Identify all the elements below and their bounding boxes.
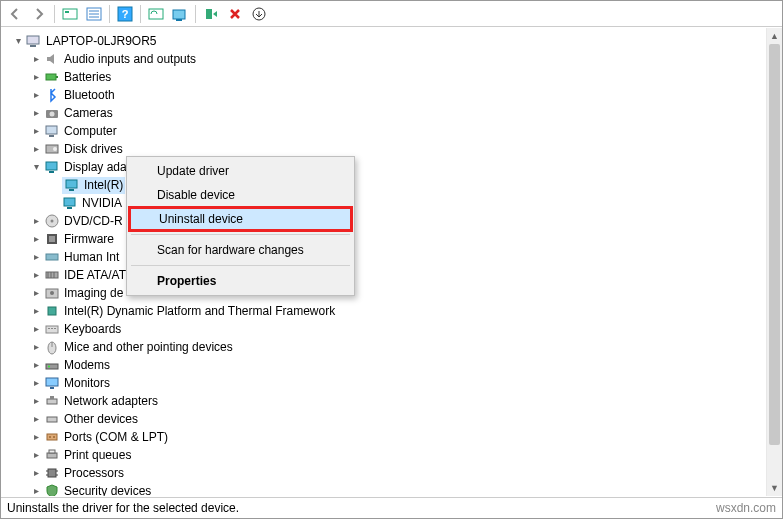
tree-category[interactable]: ▸ Print queues — [8, 446, 781, 464]
tree-category[interactable]: ▸ DVD/CD-R — [8, 212, 781, 230]
chevron-right-icon[interactable]: ▸ — [30, 467, 42, 479]
device-tree[interactable]: ▾ LAPTOP-0LJR9OR5 ▸ Audio inputs and out… — [2, 28, 781, 496]
tree-category[interactable]: ▸ Human Int — [8, 248, 781, 266]
svg-point-22 — [53, 147, 57, 151]
svg-rect-33 — [46, 254, 58, 260]
tree-category[interactable]: ▸ Computer — [8, 122, 781, 140]
tree-category[interactable]: ▸ Ports (COM & LPT) — [8, 428, 781, 446]
back-button[interactable] — [3, 3, 27, 25]
menu-disable-device[interactable]: Disable device — [129, 183, 352, 207]
svg-rect-49 — [46, 378, 58, 386]
chevron-right-icon[interactable]: ▸ — [30, 413, 42, 425]
tree-device-intel[interactable]: Intel(R) — [8, 176, 781, 194]
tree-category-display-adapters[interactable]: ▾ Display adapters — [8, 158, 781, 176]
chevron-right-icon[interactable]: ▸ — [30, 215, 42, 227]
scroll-track[interactable] — [767, 44, 782, 480]
status-text: Uninstalls the driver for the selected d… — [7, 501, 239, 515]
tree-category[interactable]: ▸ Firmware — [8, 230, 781, 248]
monitor-icon — [44, 375, 60, 391]
chevron-right-icon[interactable]: ▸ — [30, 449, 42, 461]
device-tree-area: ▾ LAPTOP-0LJR9OR5 ▸ Audio inputs and out… — [2, 28, 781, 496]
menu-properties[interactable]: Properties — [129, 269, 352, 293]
svg-text:?: ? — [122, 8, 129, 20]
scan-button[interactable] — [144, 3, 168, 25]
svg-rect-57 — [47, 453, 57, 458]
uninstall-device-button[interactable] — [223, 3, 247, 25]
show-hidden-button[interactable] — [58, 3, 82, 25]
svg-rect-14 — [30, 45, 36, 47]
port-icon — [44, 429, 60, 445]
battery-icon — [44, 69, 60, 85]
svg-rect-28 — [67, 207, 72, 209]
tree-category[interactable]: ▸ Intel(R) Dynamic Platform and Thermal … — [8, 302, 781, 320]
tree-root-label: LAPTOP-0LJR9OR5 — [46, 32, 157, 50]
vertical-scrollbar[interactable]: ▲ ▼ — [766, 28, 782, 496]
chevron-right-icon[interactable]: ▸ — [30, 89, 42, 101]
tree-category[interactable]: ▸ Cameras — [8, 104, 781, 122]
tree-category[interactable]: ▸ Batteries — [8, 68, 781, 86]
chevron-right-icon[interactable]: ▸ — [30, 305, 42, 317]
svg-point-48 — [48, 366, 50, 368]
update-driver-button[interactable] — [168, 3, 192, 25]
firmware-icon — [44, 231, 60, 247]
svg-rect-9 — [173, 10, 185, 19]
forward-button[interactable] — [27, 3, 51, 25]
chevron-right-icon[interactable]: ▸ — [30, 107, 42, 119]
ide-icon — [44, 267, 60, 283]
tree-category[interactable]: ▸ Keyboards — [8, 320, 781, 338]
scroll-down-icon[interactable]: ▼ — [767, 480, 782, 496]
tree-category[interactable]: ▸ Mice and other pointing devices — [8, 338, 781, 356]
tree-category[interactable]: ▸ IDE ATA/AT — [8, 266, 781, 284]
tree-category[interactable]: ▸ Monitors — [8, 374, 781, 392]
chevron-right-icon[interactable]: ▸ — [30, 377, 42, 389]
chevron-right-icon[interactable]: ▸ — [30, 431, 42, 443]
display-adapter-icon — [44, 159, 60, 175]
chevron-right-icon[interactable]: ▸ — [30, 341, 42, 353]
menu-scan-hardware[interactable]: Scan for hardware changes — [129, 238, 352, 262]
tree-category[interactable]: ▸ Imaging de — [8, 284, 781, 302]
svg-rect-10 — [176, 19, 182, 21]
menu-uninstall-device[interactable]: Uninstall device — [128, 206, 353, 232]
properties-button[interactable] — [82, 3, 106, 25]
chevron-right-icon[interactable]: ▸ — [30, 359, 42, 371]
chevron-right-icon[interactable]: ▸ — [30, 251, 42, 263]
disk-icon — [44, 141, 60, 157]
scroll-up-icon[interactable]: ▲ — [767, 28, 782, 44]
modem-icon — [44, 357, 60, 373]
tree-device-nvidia[interactable]: NVIDIA — [8, 194, 781, 212]
tree-category[interactable]: ▸ Bluetooth — [8, 86, 781, 104]
svg-rect-59 — [48, 469, 56, 477]
tree-category[interactable]: ▸ Modems — [8, 356, 781, 374]
enable-device-button[interactable] — [199, 3, 223, 25]
audio-icon — [44, 51, 60, 67]
help-button[interactable]: ? — [113, 3, 137, 25]
chevron-right-icon[interactable]: ▸ — [30, 485, 42, 496]
chevron-right-icon[interactable]: ▸ — [30, 143, 42, 155]
down-button[interactable] — [247, 3, 271, 25]
tree-category[interactable]: ▸ Disk drives — [8, 140, 781, 158]
chevron-right-icon[interactable]: ▸ — [30, 287, 42, 299]
menu-separator — [131, 265, 350, 266]
chevron-right-icon[interactable]: ▸ — [30, 395, 42, 407]
other-icon — [44, 411, 60, 427]
tree-category[interactable]: ▸ Processors — [8, 464, 781, 482]
chevron-down-icon[interactable]: ▾ — [30, 161, 42, 173]
chevron-right-icon[interactable]: ▸ — [30, 71, 42, 83]
tree-root[interactable]: ▾ LAPTOP-0LJR9OR5 — [8, 32, 781, 50]
tree-category[interactable]: ▸ Network adapters — [8, 392, 781, 410]
tree-category[interactable]: ▸ Other devices — [8, 410, 781, 428]
chevron-right-icon[interactable]: ▸ — [30, 233, 42, 245]
chevron-right-icon[interactable]: ▸ — [30, 53, 42, 65]
mouse-icon — [44, 339, 60, 355]
scroll-thumb[interactable] — [769, 44, 780, 445]
tree-category[interactable]: ▸ Security devices — [8, 482, 781, 496]
chevron-right-icon[interactable]: ▸ — [30, 125, 42, 137]
chevron-right-icon[interactable]: ▸ — [30, 269, 42, 281]
menu-separator — [131, 234, 350, 235]
tree-category[interactable]: ▸ Audio inputs and outputs — [8, 50, 781, 68]
imaging-icon — [44, 285, 60, 301]
chevron-down-icon[interactable]: ▾ — [12, 35, 24, 47]
chevron-right-icon[interactable]: ▸ — [30, 323, 42, 335]
svg-rect-20 — [49, 135, 54, 137]
menu-update-driver[interactable]: Update driver — [129, 159, 352, 183]
